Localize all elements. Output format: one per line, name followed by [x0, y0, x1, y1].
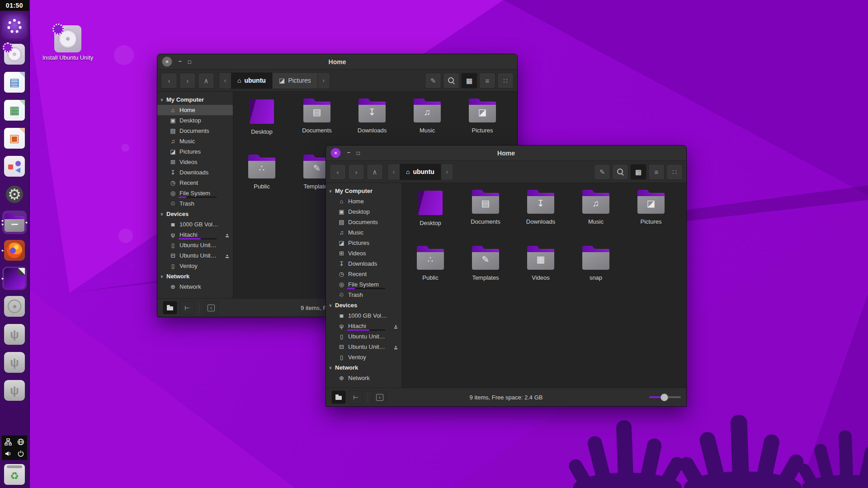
sidebar-pictures[interactable]: ∨ Pictures ▲ [157, 146, 233, 157]
close-button[interactable]: × [330, 148, 341, 158]
list-view-button[interactable]: ≡ [648, 164, 665, 180]
section-chevron-icon[interactable]: ∨ [160, 212, 164, 216]
sidebar-videos[interactable]: ∨ Videos ▲ [157, 157, 233, 167]
libreoffice-calc[interactable] [2, 99, 27, 122]
eject-icon[interactable]: ▲ [394, 324, 397, 328]
firefox[interactable] [2, 239, 27, 262]
sidebar-documents[interactable]: ∨ Documents ▲ [326, 217, 401, 227]
usb-drive-2[interactable] [2, 351, 27, 374]
section-network[interactable]: ∨ Network ▲ [326, 362, 401, 373]
section-chevron-icon[interactable]: ∨ [328, 366, 333, 370]
libreoffice-writer[interactable] [2, 70, 27, 94]
section-my-computer[interactable]: ∨ My Computer ▲ [157, 94, 233, 105]
titlebar[interactable]: × – □ Home [157, 54, 517, 70]
back-button[interactable]: ‹ [161, 73, 177, 89]
power-icon[interactable] [16, 449, 26, 459]
breadcrumb-pictures[interactable]: Pictures [273, 73, 318, 89]
section-chevron-icon[interactable]: ∨ [160, 274, 164, 279]
sidebar-home[interactable]: ∨ Home ▲ [157, 105, 233, 115]
device-ubuntu-unity-2[interactable]: ∨ Ubuntu Unit… ▲ [326, 342, 401, 352]
folder-snap[interactable]: snap [568, 244, 623, 297]
device-ventoy[interactable]: ∨ Ventoy ▲ [157, 261, 233, 271]
folder-desktop[interactable]: Desktop [403, 188, 458, 241]
device-ubuntu-unity-1[interactable]: ∨ Ubuntu Unit… ▲ [157, 240, 233, 250]
libreoffice-impress[interactable] [2, 127, 27, 150]
breadcrumb-ubuntu[interactable]: ubuntu [231, 73, 273, 89]
icon-view-button[interactable]: ▦ [630, 164, 646, 180]
search-button[interactable] [443, 73, 459, 89]
eject-icon[interactable]: ▲ [226, 253, 229, 258]
icon-view-button[interactable]: ▦ [461, 73, 477, 89]
minimize-button[interactable]: – [347, 149, 350, 155]
breadcrumb-ubuntu[interactable]: ubuntu [400, 164, 441, 180]
file-manager[interactable] [2, 211, 27, 234]
ubuntu-logo[interactable] [2, 14, 27, 38]
folder-documents[interactable]: Documents [289, 97, 344, 150]
search-button[interactable] [612, 164, 628, 180]
sidebar-network[interactable]: ∨ Network ▲ [157, 282, 233, 292]
close-button[interactable]: × [162, 56, 172, 67]
folder-documents[interactable]: Documents [458, 188, 513, 241]
section-my-computer[interactable]: ∨ My Computer ▲ [326, 186, 401, 196]
device-ubuntu-unity-1[interactable]: ∨ Ubuntu Unit… ▲ [326, 331, 401, 342]
show-places-button[interactable] [163, 301, 177, 314]
device-1000gb-volume[interactable]: ∨ 1000 GB Vol… ▲ [157, 219, 233, 230]
show-places-button[interactable] [331, 390, 346, 404]
usb-drive-3[interactable] [2, 379, 27, 402]
section-devices[interactable]: ∨ Devices ▲ [326, 300, 401, 310]
settings[interactable] [2, 183, 27, 206]
folder-pictures[interactable]: Pictures [455, 97, 510, 150]
maximize-button[interactable]: □ [188, 59, 191, 65]
breadcrumb-prev-button[interactable]: ‹ [219, 73, 231, 89]
folder-music[interactable]: Music [400, 97, 455, 150]
sidebar-documents[interactable]: ∨ Documents ▲ [157, 126, 233, 136]
breadcrumb-next-button[interactable]: › [318, 73, 330, 89]
up-button[interactable]: ∧ [198, 73, 214, 89]
up-button[interactable]: ∧ [367, 164, 383, 180]
folder-desktop[interactable]: Desktop [234, 97, 289, 150]
folder-videos[interactable]: Videos [513, 244, 568, 297]
install-ubuntu-unity-shortcut[interactable]: Install Ubuntu Unity [40, 25, 96, 61]
show-treeview-button[interactable]: ⊢ [349, 390, 363, 404]
sidebar-pictures[interactable]: ∨ Pictures ▲ [326, 238, 401, 248]
compact-view-button[interactable]: ∷ [497, 73, 514, 89]
back-button[interactable]: ‹ [330, 164, 346, 180]
eject-icon[interactable]: ▲ [394, 345, 397, 349]
zoom-slider[interactable] [649, 394, 681, 401]
hide-sidebar-button[interactable]: ‹ [204, 301, 218, 314]
network-indicator-icon[interactable] [3, 437, 13, 447]
usb-drive-1[interactable] [2, 323, 27, 346]
sidebar-recent[interactable]: ∨ Recent ▲ [326, 269, 401, 279]
folder-pictures[interactable]: Pictures [623, 188, 679, 241]
forward-button[interactable]: › [348, 164, 364, 180]
folder-public[interactable]: Public [234, 153, 289, 206]
minimize-button[interactable]: – [179, 58, 182, 64]
compact-view-button[interactable]: ∷ [666, 164, 683, 180]
sidebar-downloads[interactable]: ∨ Downloads ▲ [157, 167, 233, 178]
sidebar-videos[interactable]: ∨ Videos ▲ [326, 248, 401, 258]
device-hitachi[interactable]: ∨ Hitachi ▲ [157, 230, 233, 240]
sidebar-desktop[interactable]: ∨ Desktop ▲ [157, 115, 233, 126]
breadcrumb-next-button[interactable]: › [441, 164, 453, 180]
sidebar-network[interactable]: ∨ Network ▲ [326, 373, 401, 383]
toggle-location-entry-button[interactable]: ✎ [594, 164, 610, 180]
section-chevron-icon[interactable]: ∨ [160, 98, 164, 102]
list-view-button[interactable]: ≡ [479, 73, 495, 89]
device-ventoy[interactable]: ∨ Ventoy ▲ [326, 352, 401, 362]
section-network[interactable]: ∨ Network ▲ [157, 271, 233, 282]
ubuntu-installer[interactable] [2, 42, 27, 66]
sidebar-home[interactable]: ∨ Home ▲ [326, 196, 401, 206]
device-ubuntu-unity-2[interactable]: ∨ Ubuntu Unit… ▲ [157, 250, 233, 261]
sidebar-music[interactable]: ∨ Music ▲ [157, 136, 233, 146]
device-1000gb-volume[interactable]: ∨ 1000 GB Vol… ▲ [326, 310, 401, 321]
sidebar-trash[interactable]: ∨ Trash ▲ [157, 198, 233, 209]
sidebar-file-system[interactable]: ∨ File System ▲ [326, 279, 401, 290]
breadcrumb-prev-button[interactable]: ‹ [388, 164, 400, 180]
trash-launcher-item[interactable] [2, 463, 27, 486]
sidebar-downloads[interactable]: ∨ Downloads ▲ [326, 258, 401, 269]
forward-button[interactable]: › [179, 73, 196, 89]
device-hitachi[interactable]: ∨ Hitachi ▲ [326, 321, 401, 331]
section-devices[interactable]: ∨ Devices ▲ [157, 209, 233, 219]
maximize-button[interactable]: □ [357, 150, 360, 156]
toggle-location-entry-button[interactable]: ✎ [425, 73, 441, 89]
